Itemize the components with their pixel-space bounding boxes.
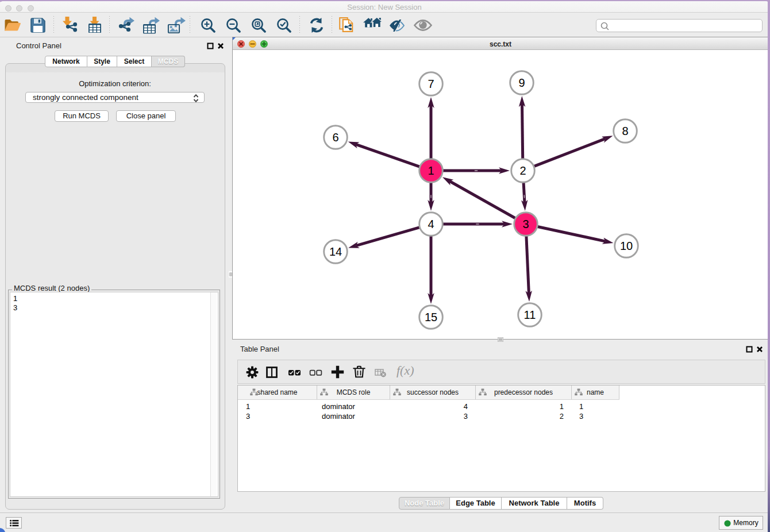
svg-text:8: 8 (622, 125, 628, 137)
svg-text:9: 9 (518, 76, 525, 89)
svg-text:4: 4 (428, 218, 434, 230)
svg-text:10: 10 (620, 240, 633, 252)
svg-text:11: 11 (524, 309, 536, 321)
svg-text:3: 3 (522, 218, 529, 230)
svg-text:2: 2 (519, 164, 526, 177)
svg-text:7: 7 (428, 78, 434, 90)
svg-text:15: 15 (425, 311, 437, 323)
svg-text:14: 14 (329, 245, 342, 258)
svg-text:1: 1 (428, 164, 434, 177)
svg-text:6: 6 (332, 131, 338, 144)
